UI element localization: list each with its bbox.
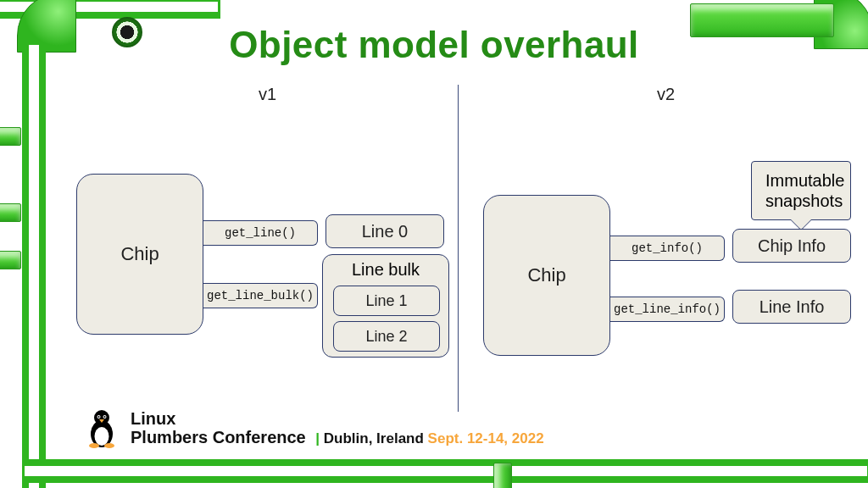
v1-line-bulk-title: Line bulk: [323, 260, 448, 280]
svg-point-7: [89, 443, 99, 448]
v2-chip-node: Chip: [483, 195, 610, 356]
v2-note-line2: snapshots: [765, 191, 843, 210]
pipe-spur-2: [0, 203, 21, 222]
v2-line-info-node: Line Info: [732, 290, 851, 324]
footer-dates: Sept. 12-14, 2022: [428, 430, 544, 446]
v1-line2-node: Line 2: [333, 321, 440, 352]
v2-chip-info-node: Chip Info: [732, 229, 851, 263]
pipe-bottom-h: [22, 459, 868, 483]
footer-title-1: Linux: [131, 410, 544, 428]
v1-line1-node: Line 1: [333, 286, 440, 316]
v2-note-callout: Immutable snapshots: [751, 161, 851, 220]
column-label-v1: v1: [259, 85, 276, 104]
v1-line0-node: Line 0: [326, 214, 444, 248]
column-label-v2: v2: [657, 85, 675, 104]
v2-get-line-info-method: get_line_info(): [610, 297, 725, 322]
diagram-stage: v1 v2 Chip get_line() Line 0 get_line_bu…: [68, 85, 860, 386]
v1-get-line-bulk-method: get_line_bulk(): [203, 283, 318, 308]
svg-point-1: [95, 427, 109, 446]
v1-get-line-method: get_line(): [203, 220, 318, 246]
penguin-icon: [85, 408, 119, 449]
pipe-left-v: [22, 42, 46, 488]
footer: Linux Plumbers Conference | Dublin, Irel…: [85, 408, 544, 449]
footer-sep-icon: |: [315, 430, 320, 446]
svg-point-8: [104, 443, 114, 448]
pipe-bottom-spur: [493, 463, 512, 488]
footer-location: Dublin, Ireland: [324, 430, 424, 446]
v2-get-info-method: get_info(): [610, 236, 725, 261]
svg-point-4: [98, 416, 100, 418]
v2-note-line1: Immutable: [765, 171, 844, 190]
v1-chip-node: Chip: [76, 174, 203, 335]
pipe-spur-3: [0, 251, 21, 269]
slide-title: Object model overhaul: [0, 24, 868, 66]
svg-point-2: [94, 410, 109, 425]
column-divider: [458, 85, 459, 412]
svg-point-6: [104, 416, 106, 418]
v1-line-bulk-container: Line bulk Line 1 Line 2: [322, 254, 449, 358]
pipe-spur-1: [0, 127, 21, 146]
footer-title-2: Plumbers Conference: [131, 428, 306, 446]
